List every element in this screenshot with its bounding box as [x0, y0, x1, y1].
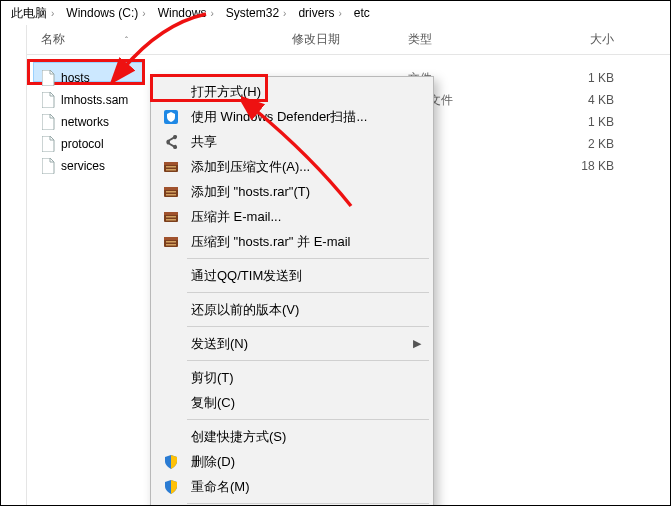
shield-icon — [161, 453, 181, 471]
context-menu-item[interactable]: 发送到(N)▶ — [153, 331, 431, 356]
context-menu-item[interactable]: 还原以前的版本(V) — [153, 297, 431, 322]
chevron-right-icon: › — [338, 8, 341, 19]
svg-rect-11 — [166, 216, 176, 218]
column-headers: 名称 ˆ 修改日期 类型 大小 — [27, 25, 670, 55]
context-menu-label: 添加到压缩文件(A)... — [191, 158, 421, 176]
defender-icon — [161, 108, 181, 126]
context-menu-item[interactable]: 通过QQ/TIM发送到 — [153, 263, 431, 288]
column-type[interactable]: 类型 — [408, 31, 528, 48]
file-size-label: 4 KB — [528, 93, 638, 107]
context-menu-label: 还原以前的版本(V) — [191, 301, 421, 319]
svg-rect-4 — [166, 169, 176, 171]
rar-icon — [161, 233, 181, 251]
context-menu-item[interactable]: 添加到压缩文件(A)... — [153, 154, 431, 179]
sort-indicator-icon: ˆ — [125, 35, 128, 45]
context-menu-item[interactable]: 共享 — [153, 129, 431, 154]
svg-rect-16 — [166, 244, 176, 246]
context-menu-label: 压缩并 E-mail... — [191, 208, 421, 226]
context-menu-item[interactable]: 压缩并 E-mail... — [153, 204, 431, 229]
svg-rect-14 — [164, 237, 178, 240]
file-size-label: 1 KB — [528, 71, 638, 85]
breadcrumb-item[interactable]: drivers› — [294, 4, 345, 22]
context-menu-item[interactable]: 重命名(M) — [153, 474, 431, 499]
file-icon — [41, 70, 55, 86]
svg-rect-2 — [164, 162, 178, 165]
menu-icon-placeholder — [161, 428, 181, 446]
context-menu-item[interactable]: 打开方式(H) — [153, 79, 431, 104]
context-menu-label: 发送到(N) — [191, 335, 403, 353]
context-menu-separator — [187, 258, 429, 259]
context-menu-separator — [187, 326, 429, 327]
file-name-label: networks — [61, 115, 109, 129]
context-menu-label: 删除(D) — [191, 453, 421, 471]
breadcrumb-item[interactable]: System32› — [222, 4, 291, 22]
rar-icon — [161, 183, 181, 201]
file-icon — [41, 114, 55, 130]
file-icon — [41, 92, 55, 108]
column-size[interactable]: 大小 — [528, 31, 638, 48]
svg-rect-8 — [166, 194, 176, 196]
rar-icon — [161, 158, 181, 176]
file-size-label: 18 KB — [528, 159, 638, 173]
context-menu-label: 压缩到 "hosts.rar" 并 E-mail — [191, 233, 421, 251]
column-name[interactable]: 名称 ˆ — [27, 31, 292, 48]
shield-icon — [161, 478, 181, 496]
rar-icon — [161, 208, 181, 226]
menu-icon-placeholder — [161, 369, 181, 387]
file-size-label: 2 KB — [528, 137, 638, 151]
context-menu-label: 使用 Windows Defender扫描... — [191, 108, 421, 126]
context-menu-item[interactable]: 使用 Windows Defender扫描... — [153, 104, 431, 129]
svg-rect-6 — [164, 187, 178, 190]
context-menu: 打开方式(H)使用 Windows Defender扫描...共享添加到压缩文件… — [150, 76, 434, 506]
chevron-right-icon: › — [142, 8, 145, 19]
context-menu-label: 重命名(M) — [191, 478, 421, 496]
chevron-right-icon: ▶ — [413, 337, 421, 350]
share-icon — [161, 133, 181, 151]
breadcrumb-item[interactable]: etc — [350, 4, 374, 22]
file-name-label: hosts — [61, 71, 90, 85]
svg-rect-12 — [166, 219, 176, 221]
menu-icon-placeholder — [161, 335, 181, 353]
context-menu-separator — [187, 419, 429, 420]
svg-rect-7 — [166, 191, 176, 193]
context-menu-label: 共享 — [191, 133, 421, 151]
menu-icon-placeholder — [161, 301, 181, 319]
menu-icon-placeholder — [161, 394, 181, 412]
svg-rect-3 — [166, 166, 176, 168]
context-menu-item[interactable]: 压缩到 "hosts.rar" 并 E-mail — [153, 229, 431, 254]
context-menu-label: 通过QQ/TIM发送到 — [191, 267, 421, 285]
context-menu-item[interactable]: 复制(C) — [153, 390, 431, 415]
context-menu-label: 添加到 "hosts.rar"(T) — [191, 183, 421, 201]
svg-rect-15 — [166, 241, 176, 243]
column-date[interactable]: 修改日期 — [292, 31, 408, 48]
context-menu-item[interactable]: 剪切(T) — [153, 365, 431, 390]
file-icon — [41, 136, 55, 152]
chevron-right-icon: › — [283, 8, 286, 19]
breadcrumb-item[interactable]: Windows› — [154, 4, 218, 22]
menu-icon-placeholder — [161, 267, 181, 285]
menu-icon-placeholder — [161, 83, 181, 101]
file-name-label: services — [61, 159, 105, 173]
file-name-label: protocol — [61, 137, 104, 151]
context-menu-label: 创建快捷方式(S) — [191, 428, 421, 446]
context-menu-separator — [187, 360, 429, 361]
context-menu-label: 剪切(T) — [191, 369, 421, 387]
context-menu-item[interactable]: 添加到 "hosts.rar"(T) — [153, 179, 431, 204]
context-menu-label: 打开方式(H) — [191, 83, 421, 101]
chevron-right-icon: › — [210, 8, 213, 19]
context-menu-item[interactable]: 创建快捷方式(S) — [153, 424, 431, 449]
svg-rect-10 — [164, 212, 178, 215]
breadcrumb-item[interactable]: Windows (C:)› — [62, 4, 149, 22]
chevron-right-icon: › — [51, 8, 54, 19]
breadcrumb: 此电脑› Windows (C:)› Windows› System32› dr… — [1, 1, 670, 25]
context-menu-item[interactable]: 删除(D) — [153, 449, 431, 474]
file-icon — [41, 158, 55, 174]
folder-tree-pane[interactable] — [1, 25, 27, 505]
file-size-label: 1 KB — [528, 115, 638, 129]
context-menu-separator — [187, 292, 429, 293]
file-name-label: lmhosts.sam — [61, 93, 128, 107]
breadcrumb-item[interactable]: 此电脑› — [7, 3, 58, 24]
context-menu-label: 复制(C) — [191, 394, 421, 412]
context-menu-separator — [187, 503, 429, 504]
